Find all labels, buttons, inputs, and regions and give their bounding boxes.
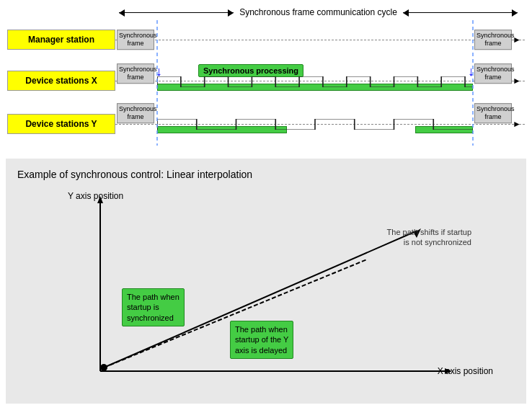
svg-marker-3 [97, 196, 103, 203]
device-y-right-frame: Synchronous frame [474, 103, 512, 123]
device-x-pulse-svg [157, 76, 473, 87]
cycle-arrow-line [119, 12, 234, 13]
device-x-label: Device stations X [7, 71, 115, 91]
chart-area: Y axis position X axis position The path [17, 187, 515, 396]
manager-arrow: ► [513, 35, 521, 45]
bottom-title: Example of synchronous control: Linear i… [17, 169, 515, 180]
manager-right-frame: Synchronous frame [474, 30, 512, 50]
device-x-timeline: Synchronous frame Synchronous frame ↓ ↓ … [115, 63, 525, 99]
device-x-end-arrow: ► [513, 76, 521, 86]
device-y-row: Device stations Y Synchronous frame Sync… [7, 102, 525, 146]
manager-left-frame: Synchronous frame [117, 30, 154, 50]
device-y-end-arrow: ► [513, 119, 521, 129]
device-y-pulse-svg [157, 119, 473, 130]
manager-timeline: Synchronous frame Synchronous frame ► [115, 22, 525, 58]
annotation-shift: The path shifts if startup is not synchr… [371, 227, 471, 248]
device-y-label: Device stations Y [7, 114, 115, 134]
top-diagram: Synchronous frame communication cycle Ma… [0, 0, 532, 153]
cycle-arrow-row: Synchronous frame communication cycle [119, 7, 518, 17]
label-synchronized: The path when startup is synchronized [122, 288, 185, 326]
bottom-diagram: Example of synchronous control: Linear i… [6, 159, 526, 404]
device-y-timeline: Synchronous frame Synchronous frame ► [115, 106, 525, 142]
manager-row: Manager station Synchronous frame Synchr… [7, 20, 525, 59]
cycle-label: Synchronous frame communication cycle [234, 7, 403, 17]
chart-svg [17, 187, 515, 396]
label-y-delayed: The path when startup of the Y axis is d… [230, 321, 293, 359]
device-x-right-frame: Synchronous frame [474, 63, 512, 84]
svg-marker-5 [445, 368, 452, 374]
svg-point-9 [100, 364, 107, 371]
device-x-left-frame: Synchronous frame [117, 63, 154, 84]
manager-timeline-line [115, 40, 525, 40]
rows-container: Manager station Synchronous frame Synchr… [7, 20, 525, 146]
device-y-left-frame: Synchronous frame [117, 103, 154, 123]
sync-processing-label: Synchronous processing [198, 64, 303, 77]
device-x-row: Device stations X Synchronous frame Sync… [7, 59, 525, 102]
cycle-arrow-line-2 [403, 12, 518, 13]
manager-label: Manager station [7, 30, 115, 50]
